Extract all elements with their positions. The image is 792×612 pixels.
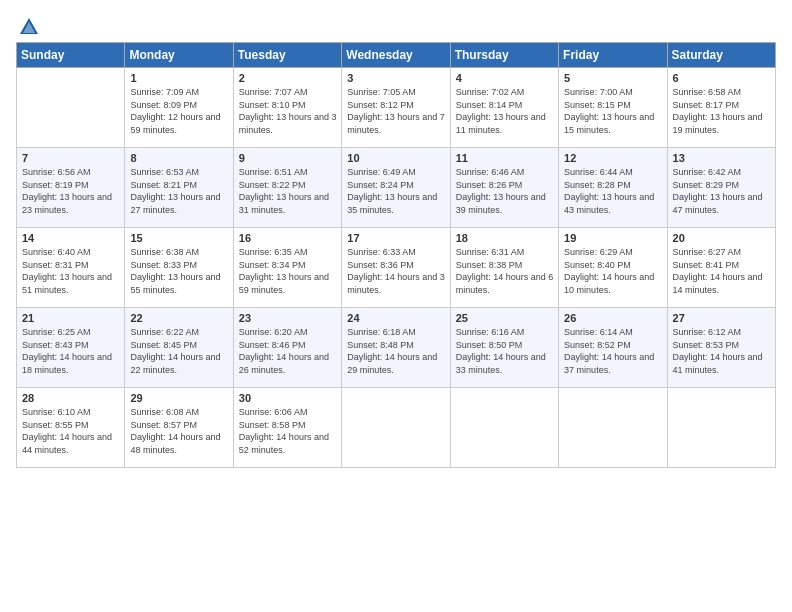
day-cell: 29Sunrise: 6:08 AMSunset: 8:57 PMDayligh…	[125, 388, 233, 468]
day-cell: 27Sunrise: 6:12 AMSunset: 8:53 PMDayligh…	[667, 308, 775, 388]
day-info: Sunrise: 7:05 AMSunset: 8:12 PMDaylight:…	[347, 86, 445, 136]
day-info: Sunrise: 6:16 AMSunset: 8:50 PMDaylight:…	[456, 326, 554, 376]
day-info: Sunrise: 6:44 AMSunset: 8:28 PMDaylight:…	[564, 166, 662, 216]
day-cell: 17Sunrise: 6:33 AMSunset: 8:36 PMDayligh…	[342, 228, 450, 308]
day-cell: 13Sunrise: 6:42 AMSunset: 8:29 PMDayligh…	[667, 148, 775, 228]
day-cell: 12Sunrise: 6:44 AMSunset: 8:28 PMDayligh…	[559, 148, 667, 228]
day-info: Sunrise: 6:18 AMSunset: 8:48 PMDaylight:…	[347, 326, 445, 376]
column-header-sunday: Sunday	[17, 43, 125, 68]
day-cell: 8Sunrise: 6:53 AMSunset: 8:21 PMDaylight…	[125, 148, 233, 228]
day-number: 9	[239, 152, 337, 164]
day-cell	[667, 388, 775, 468]
day-number: 5	[564, 72, 662, 84]
day-info: Sunrise: 6:25 AMSunset: 8:43 PMDaylight:…	[22, 326, 120, 376]
calendar-table: SundayMondayTuesdayWednesdayThursdayFrid…	[16, 42, 776, 468]
day-number: 27	[673, 312, 771, 324]
day-cell: 1Sunrise: 7:09 AMSunset: 8:09 PMDaylight…	[125, 68, 233, 148]
day-cell: 24Sunrise: 6:18 AMSunset: 8:48 PMDayligh…	[342, 308, 450, 388]
day-cell: 22Sunrise: 6:22 AMSunset: 8:45 PMDayligh…	[125, 308, 233, 388]
day-info: Sunrise: 6:10 AMSunset: 8:55 PMDaylight:…	[22, 406, 120, 456]
day-cell: 3Sunrise: 7:05 AMSunset: 8:12 PMDaylight…	[342, 68, 450, 148]
day-number: 24	[347, 312, 445, 324]
day-number: 2	[239, 72, 337, 84]
day-cell: 30Sunrise: 6:06 AMSunset: 8:58 PMDayligh…	[233, 388, 341, 468]
day-cell: 23Sunrise: 6:20 AMSunset: 8:46 PMDayligh…	[233, 308, 341, 388]
day-cell: 9Sunrise: 6:51 AMSunset: 8:22 PMDaylight…	[233, 148, 341, 228]
day-number: 26	[564, 312, 662, 324]
day-number: 14	[22, 232, 120, 244]
day-cell: 5Sunrise: 7:00 AMSunset: 8:15 PMDaylight…	[559, 68, 667, 148]
day-info: Sunrise: 7:00 AMSunset: 8:15 PMDaylight:…	[564, 86, 662, 136]
day-cell: 4Sunrise: 7:02 AMSunset: 8:14 PMDaylight…	[450, 68, 558, 148]
day-cell: 18Sunrise: 6:31 AMSunset: 8:38 PMDayligh…	[450, 228, 558, 308]
day-cell	[450, 388, 558, 468]
day-info: Sunrise: 6:08 AMSunset: 8:57 PMDaylight:…	[130, 406, 228, 456]
column-header-monday: Monday	[125, 43, 233, 68]
logo	[16, 16, 42, 34]
day-cell: 10Sunrise: 6:49 AMSunset: 8:24 PMDayligh…	[342, 148, 450, 228]
column-header-wednesday: Wednesday	[342, 43, 450, 68]
day-cell: 14Sunrise: 6:40 AMSunset: 8:31 PMDayligh…	[17, 228, 125, 308]
day-info: Sunrise: 6:35 AMSunset: 8:34 PMDaylight:…	[239, 246, 337, 296]
day-number: 29	[130, 392, 228, 404]
day-number: 25	[456, 312, 554, 324]
day-number: 17	[347, 232, 445, 244]
day-info: Sunrise: 7:07 AMSunset: 8:10 PMDaylight:…	[239, 86, 337, 136]
day-info: Sunrise: 7:09 AMSunset: 8:09 PMDaylight:…	[130, 86, 228, 136]
day-number: 6	[673, 72, 771, 84]
column-header-friday: Friday	[559, 43, 667, 68]
day-number: 22	[130, 312, 228, 324]
day-number: 15	[130, 232, 228, 244]
day-info: Sunrise: 6:53 AMSunset: 8:21 PMDaylight:…	[130, 166, 228, 216]
day-number: 12	[564, 152, 662, 164]
day-info: Sunrise: 6:12 AMSunset: 8:53 PMDaylight:…	[673, 326, 771, 376]
day-number: 21	[22, 312, 120, 324]
day-cell: 20Sunrise: 6:27 AMSunset: 8:41 PMDayligh…	[667, 228, 775, 308]
header-row: SundayMondayTuesdayWednesdayThursdayFrid…	[17, 43, 776, 68]
day-cell	[342, 388, 450, 468]
day-info: Sunrise: 6:42 AMSunset: 8:29 PMDaylight:…	[673, 166, 771, 216]
day-number: 7	[22, 152, 120, 164]
day-number: 16	[239, 232, 337, 244]
day-info: Sunrise: 6:51 AMSunset: 8:22 PMDaylight:…	[239, 166, 337, 216]
day-info: Sunrise: 6:29 AMSunset: 8:40 PMDaylight:…	[564, 246, 662, 296]
day-number: 20	[673, 232, 771, 244]
header	[16, 16, 776, 34]
day-cell: 6Sunrise: 6:58 AMSunset: 8:17 PMDaylight…	[667, 68, 775, 148]
logo-icon	[18, 16, 40, 38]
day-info: Sunrise: 6:20 AMSunset: 8:46 PMDaylight:…	[239, 326, 337, 376]
day-info: Sunrise: 6:46 AMSunset: 8:26 PMDaylight:…	[456, 166, 554, 216]
day-cell	[559, 388, 667, 468]
column-header-saturday: Saturday	[667, 43, 775, 68]
week-row-2: 14Sunrise: 6:40 AMSunset: 8:31 PMDayligh…	[17, 228, 776, 308]
day-info: Sunrise: 6:06 AMSunset: 8:58 PMDaylight:…	[239, 406, 337, 456]
day-info: Sunrise: 6:31 AMSunset: 8:38 PMDaylight:…	[456, 246, 554, 296]
day-info: Sunrise: 6:22 AMSunset: 8:45 PMDaylight:…	[130, 326, 228, 376]
day-number: 23	[239, 312, 337, 324]
day-number: 18	[456, 232, 554, 244]
column-header-thursday: Thursday	[450, 43, 558, 68]
day-number: 3	[347, 72, 445, 84]
day-info: Sunrise: 6:27 AMSunset: 8:41 PMDaylight:…	[673, 246, 771, 296]
day-cell: 2Sunrise: 7:07 AMSunset: 8:10 PMDaylight…	[233, 68, 341, 148]
day-number: 13	[673, 152, 771, 164]
day-info: Sunrise: 6:33 AMSunset: 8:36 PMDaylight:…	[347, 246, 445, 296]
day-number: 30	[239, 392, 337, 404]
day-info: Sunrise: 6:40 AMSunset: 8:31 PMDaylight:…	[22, 246, 120, 296]
day-info: Sunrise: 6:58 AMSunset: 8:17 PMDaylight:…	[673, 86, 771, 136]
day-number: 4	[456, 72, 554, 84]
week-row-4: 28Sunrise: 6:10 AMSunset: 8:55 PMDayligh…	[17, 388, 776, 468]
day-number: 1	[130, 72, 228, 84]
day-cell	[17, 68, 125, 148]
column-header-tuesday: Tuesday	[233, 43, 341, 68]
day-number: 8	[130, 152, 228, 164]
day-cell: 16Sunrise: 6:35 AMSunset: 8:34 PMDayligh…	[233, 228, 341, 308]
day-number: 19	[564, 232, 662, 244]
day-cell: 19Sunrise: 6:29 AMSunset: 8:40 PMDayligh…	[559, 228, 667, 308]
day-cell: 26Sunrise: 6:14 AMSunset: 8:52 PMDayligh…	[559, 308, 667, 388]
day-number: 11	[456, 152, 554, 164]
day-number: 10	[347, 152, 445, 164]
day-cell: 25Sunrise: 6:16 AMSunset: 8:50 PMDayligh…	[450, 308, 558, 388]
day-cell: 28Sunrise: 6:10 AMSunset: 8:55 PMDayligh…	[17, 388, 125, 468]
week-row-3: 21Sunrise: 6:25 AMSunset: 8:43 PMDayligh…	[17, 308, 776, 388]
